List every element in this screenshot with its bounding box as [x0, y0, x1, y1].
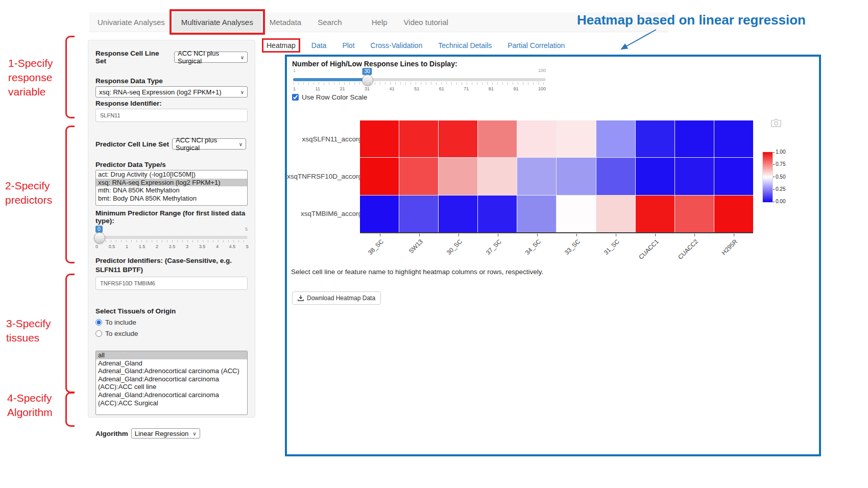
heatmap-cell[interactable]	[360, 158, 399, 194]
heatmap-cell[interactable]	[675, 158, 714, 194]
tissue-exclude-radio-row[interactable]: To exclude	[95, 330, 248, 337]
nav-item-label: Video tutorial	[404, 18, 448, 27]
heatmap-cell[interactable]	[596, 196, 635, 232]
download-heatmap-data-button[interactable]: Download Heatmap Data	[292, 291, 381, 305]
slider-value-badge: 0	[95, 226, 103, 233]
response-data-type-value: xsq: RNA-seq Expression (log2 FPKM+1)	[99, 88, 222, 96]
slider-tick-label: 0	[95, 244, 98, 249]
tissue-option[interactable]: Adrenal_Gland	[96, 359, 247, 368]
camera-icon[interactable]	[771, 119, 781, 127]
tab[interactable]: Plot	[341, 40, 355, 51]
heatmap-row-label[interactable]: xsqTMBIM6_accorg	[301, 210, 366, 217]
tab[interactable]: Cross-Validation	[370, 40, 424, 51]
slider-tick-label: 1	[126, 244, 128, 249]
heatmap-col-label[interactable]: CUACC2	[660, 238, 699, 277]
predictor-data-types-listbox: act: Drug Activity (-log10[IC50M]) xsq: …	[95, 170, 248, 206]
tissue-include-radio-row[interactable]: To include	[95, 319, 248, 326]
nav-item[interactable]: Metadata	[261, 12, 310, 32]
heatmap-cell[interactable]	[360, 120, 399, 157]
heatmap-cell[interactable]	[714, 158, 753, 194]
heatmap-cell[interactable]	[360, 196, 399, 232]
heatmap-cell[interactable]	[596, 158, 635, 194]
slider-tick-labels: 00.511.522.533.544.55	[95, 244, 249, 249]
heatmap-cell[interactable]	[557, 158, 595, 194]
heatmap-cell[interactable]	[439, 196, 477, 232]
heatmap-cell[interactable]	[636, 196, 674, 232]
heatmap-col-label[interactable]: H295R	[699, 238, 738, 277]
algorithm-select[interactable]: Linear Regression ∨	[131, 428, 200, 438]
x-axis-tick	[576, 234, 577, 236]
heatmap-row-label[interactable]: xsqTNFRSF10D_accorg	[287, 173, 366, 180]
tab[interactable]: Technical Details	[437, 40, 493, 51]
heatmap-cell[interactable]	[478, 158, 517, 194]
nav-item[interactable]: Help	[364, 12, 396, 32]
slider-tick-label: 4	[216, 244, 219, 249]
predictor-data-type-option[interactable]: bmt: Body DNA 850K Methylation	[96, 194, 247, 203]
heatmap-row-label[interactable]: xsqSLFN11_accorg	[302, 135, 366, 143]
nav-item[interactable]: Multivariate Analyses	[173, 12, 261, 32]
tissue-option[interactable]: Adrenal_Gland:Adrenocortical carcinoma (…	[96, 375, 247, 391]
heatmap-cell[interactable]	[399, 158, 438, 194]
nav-item[interactable]: Univariate Analyses	[89, 12, 173, 32]
heatmap-col-label[interactable]: 33_SC	[542, 238, 581, 277]
nav-item[interactable]: Video tutorial	[396, 12, 456, 32]
tissue-include-radio[interactable]	[95, 319, 102, 326]
tissue-option[interactable]: Adrenal_Gland:Adrenocortical carcinoma (…	[96, 391, 247, 407]
heatmap-cell[interactable]	[439, 120, 477, 157]
predictor-data-type-option[interactable]: act: Drug Activity (-log10[IC50M])	[96, 170, 247, 179]
tissue-option[interactable]: Adrenal_Gland:Adrenocortical carcinoma (…	[96, 367, 247, 375]
x-axis-tick	[537, 234, 538, 236]
heatmap-cell[interactable]	[636, 158, 674, 194]
heatmap-cell[interactable]	[517, 196, 556, 232]
heatmap-cell[interactable]	[557, 120, 595, 157]
download-button-label: Download Heatmap Data	[307, 295, 375, 302]
predictor-identifiers-input[interactable]	[95, 277, 248, 290]
heatmap-cell[interactable]	[517, 120, 556, 157]
predictor-data-type-option[interactable]: xsq: RNA-seq Expression (log2 FPKM+1)	[96, 179, 247, 187]
heatmap-cell[interactable]	[714, 120, 753, 157]
response-cell-line-set-select[interactable]: ACC NCI plus Surgical ∨	[174, 52, 248, 63]
heatmap-cell[interactable]	[399, 120, 438, 157]
predictor-cell-line-set-select[interactable]: ACC NCI plus Surgical ∨	[172, 138, 246, 150]
slider-tick-label: 5	[246, 244, 249, 249]
tab[interactable]: Data	[310, 40, 328, 51]
slider-tick-label: 2	[156, 244, 158, 249]
heatmap-cell[interactable]	[675, 196, 714, 232]
heatmap-cell[interactable]	[675, 120, 714, 157]
heatmap-cell[interactable]	[399, 196, 438, 232]
tab[interactable]: Partial Correlation	[507, 40, 566, 51]
response-identifier-input[interactable]	[95, 109, 248, 122]
tissue-option[interactable]: all	[96, 351, 247, 359]
predictor-data-type-option[interactable]: mth: DNA 850K Methylation	[96, 186, 247, 194]
slider-track[interactable]	[95, 236, 248, 239]
heatmap-cell[interactable]	[478, 120, 517, 157]
heatmap-cell[interactable]	[439, 158, 477, 194]
predictor-identifiers-label: Predictor Identifiers: (Case-Sensitive, …	[95, 256, 248, 275]
slider-tick-label: 1.5	[139, 244, 146, 249]
slider-tick-label: 3.5	[199, 244, 206, 249]
heatmap-cells	[360, 120, 753, 232]
predictor-cell-line-set-label: Predictor Cell Line Set	[95, 140, 169, 148]
nav-item-label: Univariate Analyses	[98, 18, 165, 27]
heatmap-cell[interactable]	[714, 196, 753, 232]
tissue-exclude-radio[interactable]	[95, 330, 102, 337]
heatmap-col-label[interactable]: CUACC1	[620, 238, 660, 277]
tab-label: Heatmap	[267, 41, 296, 50]
heatmap-cell[interactable]	[478, 196, 517, 232]
tissue-listbox: all Adrenal_Gland Adrenal_Gland:Adrenoco…	[95, 351, 248, 415]
slider-max-label: 5	[245, 227, 248, 232]
heatmap-cell[interactable]	[636, 120, 674, 157]
heatmap-cell[interactable]	[557, 196, 595, 232]
tab[interactable]: Heatmap	[266, 40, 297, 51]
heatmap-cell[interactable]	[517, 158, 556, 194]
annotation-bracket-1	[65, 36, 75, 118]
response-cell-line-set-value: ACC NCI plus Surgical	[178, 50, 236, 65]
x-axis-tick	[380, 234, 380, 236]
response-data-type-select[interactable]: xsq: RNA-seq Expression (log2 FPKM+1) ∨	[95, 86, 248, 97]
annotation-bracket-3	[65, 274, 75, 393]
heatmap-col-label[interactable]: 31_SC	[581, 238, 620, 277]
response-cell-line-set-label: Response Cell Line Set	[95, 50, 171, 65]
tab-label: Technical Details	[438, 41, 492, 50]
nav-item[interactable]: Search	[309, 12, 350, 32]
heatmap-cell[interactable]	[596, 120, 635, 157]
